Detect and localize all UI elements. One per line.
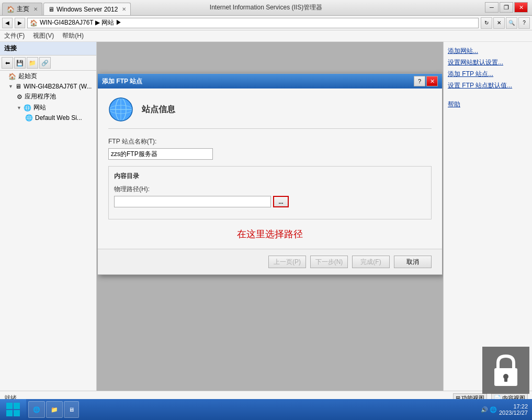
ftp-name-label: FTP 站点名称(T): xyxy=(108,137,432,146)
taskbar: 🌐 📁 🖥 🔊 🌐 17:22 2023/12/27 xyxy=(0,399,532,420)
annotation-text: 在这里选择路径 xyxy=(108,228,432,240)
sidebar-item-server[interactable]: ▼ 🖥 WIN-GI4B28AJ76T (W... xyxy=(0,82,96,91)
ftp-name-input[interactable] xyxy=(108,148,213,160)
ie-icon: 🌐 xyxy=(33,406,40,413)
title-bar: 🏠 主页 ✕ 🖥 Windows Server 2012 ✕ Internet … xyxy=(0,0,532,16)
server-tab-icon: 🖥 xyxy=(48,6,54,13)
server-tab-close[interactable]: ✕ xyxy=(122,6,126,12)
taskbar-ie[interactable]: 🌐 xyxy=(28,401,45,418)
right-link-add-ftp[interactable]: 添加 FTP 站点... xyxy=(448,69,528,79)
sidebar-btn-3[interactable]: 📁 xyxy=(27,57,38,69)
path-row: ... xyxy=(114,196,426,207)
content-dir-title: 内容目录 xyxy=(114,172,426,181)
explorer-icon: 📁 xyxy=(51,406,58,413)
window-controls: ─ ❐ ✕ xyxy=(485,2,528,13)
tab-server[interactable]: 🖥 Windows Server 2012 ✕ xyxy=(43,3,131,15)
start-label: 起始页 xyxy=(18,72,37,81)
server-label: WIN-GI4B28AJ76T (W... xyxy=(24,83,92,90)
sidebar: 连接 ⬅ 💾 📁 🔗 🏠 起始页 ▼ 🖥 WIN-GI4B28AJ76T (W.… xyxy=(0,42,97,391)
right-link-site-default[interactable]: 设置网站默认设置... xyxy=(448,58,528,67)
next-button[interactable]: 下一步(N) xyxy=(310,256,348,268)
clock-date: 2023/12/27 xyxy=(499,410,528,416)
modal-overlay: 添加 FTP 站点 ? ✕ xyxy=(97,42,443,391)
svg-rect-11 xyxy=(6,410,13,416)
start-icon: 🏠 xyxy=(8,73,16,80)
home-tab-close[interactable]: ✕ xyxy=(33,6,38,12)
svg-rect-9 xyxy=(6,403,13,409)
tab-home[interactable]: 🏠 主页 ✕ xyxy=(2,3,42,15)
sidebar-btn-1[interactable]: ⬅ xyxy=(2,57,13,69)
address-icons: ↻ ✕ 🔍 ? xyxy=(481,17,530,29)
sidebar-item-start[interactable]: 🏠 起始页 xyxy=(0,71,96,82)
prev-button[interactable]: 上一页(P) xyxy=(268,256,306,268)
address-bar: ◀ ▶ 🏠 WIN-GI4B28AJ76T ▶ 网站 ▶ ↻ ✕ 🔍 ? xyxy=(0,16,532,30)
right-link-ftp-default[interactable]: 设置 FTP 站点默认值... xyxy=(448,81,528,90)
menu-help[interactable]: 帮助(H) xyxy=(62,31,84,40)
menu-bar: 文件(F) 视图(V) 帮助(H) xyxy=(0,30,532,42)
taskbar-iis[interactable]: 🖥 xyxy=(64,401,79,418)
sidebar-item-apppool[interactable]: ⚙ 应用程序池 xyxy=(0,91,96,102)
dialog-content: 站点信息 FTP 站点名称(T): 内容目录 物理路径(H): ... xyxy=(98,89,442,249)
dialog-close-button[interactable]: ✕ xyxy=(426,76,438,86)
svg-rect-10 xyxy=(14,403,20,409)
dialog-title-buttons: ? ✕ xyxy=(414,76,438,86)
address-input[interactable]: 🏠 WIN-GI4B28AJ76T ▶ 网站 ▶ xyxy=(27,18,479,28)
refresh-button[interactable]: ↻ xyxy=(481,17,492,29)
taskbar-start-button[interactable] xyxy=(0,399,26,420)
menu-view[interactable]: 视图(V) xyxy=(33,31,54,40)
physical-path-input[interactable] xyxy=(114,196,271,207)
sidebar-item-default-web[interactable]: 🌐 Default Web Si... xyxy=(0,113,96,123)
restore-button[interactable]: ❐ xyxy=(500,2,513,13)
lock-icon xyxy=(490,353,522,388)
sidebar-btn-4[interactable]: 🔗 xyxy=(39,57,51,69)
taskbar-explorer[interactable]: 📁 xyxy=(46,401,63,418)
tray-clock: 17:22 2023/12/27 xyxy=(499,403,528,416)
sidebar-header: 连接 xyxy=(0,42,96,56)
windows-logo xyxy=(6,402,20,417)
sites-arrow: ▼ xyxy=(17,105,21,110)
finish-button[interactable]: 完成(F) xyxy=(352,256,390,268)
lock-overlay xyxy=(482,347,529,394)
taskbar-items: 🌐 📁 🖥 xyxy=(26,401,477,418)
iis-icon: 🖥 xyxy=(69,406,74,413)
right-link-add-site[interactable]: 添加网站... xyxy=(448,46,528,56)
dialog-header-section: 站点信息 xyxy=(108,97,432,129)
address-home-icon: 🏠 xyxy=(30,19,38,27)
search-button[interactable]: 🔍 xyxy=(506,17,517,29)
ftp-name-group: FTP 站点名称(T): xyxy=(108,137,432,160)
sidebar-btn-2[interactable]: 💾 xyxy=(14,57,26,69)
content-area: 添加 FTP 站点 ? ✕ xyxy=(97,42,443,391)
globe-icon xyxy=(108,97,133,122)
server-tab-label: Windows Server 2012 xyxy=(56,6,118,13)
sites-label: 网站 xyxy=(33,103,46,112)
main-area: 连接 ⬅ 💾 📁 🔗 🏠 起始页 ▼ 🖥 WIN-GI4B28AJ76T (W.… xyxy=(0,42,532,391)
taskbar-tray: 🔊 🌐 17:22 2023/12/27 xyxy=(477,403,532,416)
right-link-help[interactable]: 帮助 xyxy=(448,100,528,109)
help-button[interactable]: ? xyxy=(518,17,530,29)
defaultweb-icon: 🌐 xyxy=(25,114,33,121)
back-button[interactable]: ◀ xyxy=(2,18,13,28)
address-text: WIN-GI4B28AJ76T ▶ 网站 ▶ xyxy=(40,18,122,27)
stop-button[interactable]: ✕ xyxy=(493,17,505,29)
dialog-title-bar: 添加 FTP 站点 ? ✕ xyxy=(98,74,442,89)
tray-icons: 🔊 🌐 xyxy=(481,406,497,413)
forward-button[interactable]: ▶ xyxy=(15,18,25,28)
sidebar-toolbar: ⬅ 💾 📁 🔗 xyxy=(0,56,96,71)
clock-time: 17:22 xyxy=(499,403,528,410)
browse-button[interactable]: ... xyxy=(273,196,289,207)
physical-path-label: 物理路径(H): xyxy=(114,185,426,194)
sidebar-item-sites[interactable]: ▼ 🌐 网站 xyxy=(0,102,96,113)
close-button[interactable]: ✕ xyxy=(514,2,528,13)
minimize-button[interactable]: ─ xyxy=(485,2,499,13)
add-ftp-dialog: 添加 FTP 站点 ? ✕ xyxy=(97,73,443,275)
cancel-button[interactable]: 取消 xyxy=(394,256,432,268)
server-arrow: ▼ xyxy=(8,84,13,89)
dialog-help-button[interactable]: ? xyxy=(414,76,425,86)
dialog-title: 添加 FTP 站点 xyxy=(102,77,142,86)
apppool-label: 应用程序池 xyxy=(25,92,56,101)
content-dir-section: 内容目录 物理路径(H): ... xyxy=(108,166,432,219)
menu-file[interactable]: 文件(F) xyxy=(4,31,25,40)
dialog-section-title: 站点信息 xyxy=(142,104,175,115)
apppool-icon: ⚙ xyxy=(17,93,22,101)
home-tab-label: 主页 xyxy=(17,5,29,14)
